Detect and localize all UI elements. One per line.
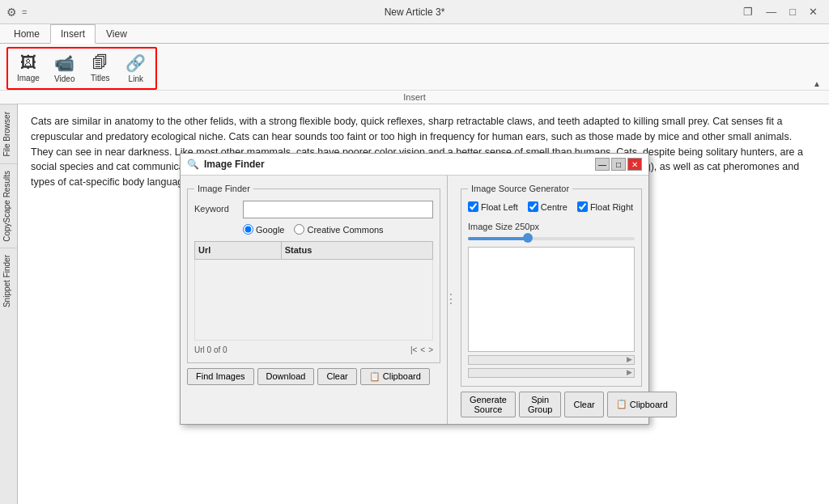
titles-button[interactable]: 🗐 Titles bbox=[84, 50, 117, 87]
ribbon-section-label: Insert bbox=[0, 90, 829, 104]
image-finder-dialog: 🔍 Image Finder — □ ✕ Image Finder bbox=[180, 153, 649, 425]
pag-first[interactable]: |< bbox=[410, 344, 417, 356]
pag-next[interactable]: > bbox=[428, 344, 433, 356]
dialog-controls: — □ ✕ bbox=[595, 158, 642, 171]
image-button[interactable]: 🖼 Image bbox=[11, 50, 45, 87]
keyword-row: Keyword bbox=[194, 201, 433, 218]
left-clipboard-button[interactable]: 📋 Clipboard bbox=[360, 368, 430, 385]
dialog-title-text: Image Finder bbox=[204, 157, 265, 172]
dialog-restore-button[interactable]: □ bbox=[611, 158, 626, 171]
video-button[interactable]: 📹 Video bbox=[49, 50, 81, 87]
url-col-header: Url bbox=[195, 242, 282, 260]
tab-home[interactable]: Home bbox=[3, 24, 50, 44]
dialog-body: Image Finder Keyword Google Creat bbox=[181, 176, 648, 424]
link-icon: 🔗 bbox=[125, 53, 146, 73]
keyword-input[interactable] bbox=[243, 201, 433, 218]
slider-thumb[interactable] bbox=[523, 233, 533, 243]
h-scrollbar: ▶ bbox=[468, 368, 635, 378]
title-bar-left: ⚙ = bbox=[6, 6, 27, 19]
link-label: Link bbox=[129, 74, 143, 83]
image-label: Image bbox=[17, 74, 40, 83]
generate-source-button[interactable]: Generate Source bbox=[461, 392, 516, 417]
left-clear-button[interactable]: Clear bbox=[317, 368, 356, 385]
float-right-label[interactable]: Float Right bbox=[577, 201, 633, 214]
dialog-close-button[interactable]: ✕ bbox=[627, 158, 642, 171]
link-button[interactable]: 🔗 Link bbox=[120, 50, 152, 87]
find-images-button[interactable]: Find Images bbox=[187, 368, 254, 385]
spin-group-button[interactable]: Spin Group bbox=[519, 392, 562, 417]
url-table: Url Status bbox=[194, 241, 433, 341]
insert-group-inner: 🖼 Image 📹 Video 🗐 Titles 🔗 Link bbox=[11, 50, 152, 87]
float-left-label[interactable]: Float Left bbox=[468, 201, 518, 214]
scrollbar-arrow[interactable]: ▶ bbox=[627, 354, 632, 366]
slider-container bbox=[468, 237, 635, 240]
checkbox-row: Float Left Centre Float Right bbox=[468, 201, 635, 214]
preview-scrollbar: ▶ bbox=[468, 355, 635, 365]
minimize-button[interactable]: — bbox=[761, 4, 781, 19]
maximize-button[interactable]: □ bbox=[784, 4, 801, 19]
window-title: New Article 3* bbox=[385, 6, 445, 18]
right-panel-buttons: Generate Source Spin Group Clear 📋 Clipb… bbox=[461, 392, 642, 417]
url-pagination: Url 0 of 0 |< < > bbox=[194, 344, 433, 356]
cc-radio-label[interactable]: Creative Commons bbox=[294, 223, 383, 237]
pagination-arrows: |< < > bbox=[410, 344, 433, 356]
source-radio-row: Google Creative Commons bbox=[194, 223, 433, 237]
dialog-left-panel: Image Finder Keyword Google Creat bbox=[181, 176, 448, 424]
sidebar: File Browser CopyScape Results Snippet F… bbox=[0, 104, 18, 504]
dialog-window: 🔍 Image Finder — □ ✕ Image Finder bbox=[180, 153, 649, 425]
ribbon: Home Insert View 🖼 Image 📹 Video 🗐 Title… bbox=[0, 24, 829, 104]
tab-view[interactable]: View bbox=[96, 24, 138, 44]
keyword-label: Keyword bbox=[194, 202, 243, 216]
right-clipboard-button[interactable]: 📋 Clipboard bbox=[607, 392, 677, 417]
status-col-header: Status bbox=[281, 242, 432, 260]
ribbon-expand-icon[interactable]: ▲ bbox=[811, 78, 823, 90]
cc-radio[interactable] bbox=[294, 224, 304, 235]
title-bar: ⚙ = New Article 3* ❐ — □ ✕ bbox=[0, 0, 829, 24]
pin-icon[interactable]: = bbox=[22, 7, 27, 17]
centre-checkbox[interactable] bbox=[528, 201, 538, 212]
window-controls: ❐ — □ ✕ bbox=[738, 4, 823, 19]
image-icon: 🖼 bbox=[20, 53, 36, 72]
image-source-legend: Image Source Generator bbox=[468, 182, 572, 196]
dialog-right-panel: Image Source Generator Float Left Centre… bbox=[454, 176, 648, 424]
url-table-empty bbox=[195, 259, 433, 340]
right-clear-button[interactable]: Clear bbox=[564, 392, 603, 417]
clipboard-icon-right: 📋 bbox=[616, 399, 627, 409]
editor-area[interactable]: Cats are similar in anatomy to the other… bbox=[18, 104, 829, 504]
clipboard-icon-left: 📋 bbox=[369, 371, 380, 382]
restore-button[interactable]: ❐ bbox=[738, 4, 758, 19]
dialog-minimize-button[interactable]: — bbox=[595, 158, 610, 171]
image-finder-legend: Image Finder bbox=[194, 182, 253, 196]
sidebar-item-file-browser[interactable]: File Browser bbox=[0, 104, 17, 163]
download-button[interactable]: Download bbox=[257, 368, 315, 385]
sidebar-item-copyscope[interactable]: CopyScape Results bbox=[0, 163, 17, 248]
close-button[interactable]: ✕ bbox=[804, 4, 823, 19]
image-size-label: Image Size 250px bbox=[468, 220, 635, 234]
gear-icon[interactable]: ⚙ bbox=[6, 6, 17, 19]
google-radio[interactable] bbox=[243, 224, 253, 235]
dialog-title-bar: 🔍 Image Finder — □ ✕ bbox=[181, 154, 648, 176]
centre-label[interactable]: Centre bbox=[528, 201, 568, 214]
ribbon-tabs: Home Insert View bbox=[0, 24, 829, 44]
main-layout: File Browser CopyScape Results Snippet F… bbox=[0, 104, 829, 504]
sidebar-item-snippet[interactable]: Snippet Finder bbox=[0, 248, 17, 314]
float-right-checkbox[interactable] bbox=[577, 201, 588, 212]
pagination-text: Url 0 of 0 bbox=[194, 344, 227, 356]
dialog-title-icon: 🔍 bbox=[187, 157, 199, 172]
left-panel-buttons: Find Images Download Clear 📋 Clipboard bbox=[187, 368, 440, 385]
image-preview bbox=[468, 247, 635, 352]
tab-insert[interactable]: Insert bbox=[50, 24, 96, 44]
h-scrollbar-arrow[interactable]: ▶ bbox=[627, 367, 632, 379]
dialog-title-left: 🔍 Image Finder bbox=[187, 157, 265, 172]
titles-icon: 🗐 bbox=[92, 53, 108, 72]
video-icon: 📹 bbox=[54, 53, 74, 73]
video-label: Video bbox=[54, 74, 74, 83]
pag-prev[interactable]: < bbox=[420, 344, 425, 356]
insert-group: 🖼 Image 📹 Video 🗐 Titles 🔗 Link bbox=[6, 47, 157, 90]
titles-label: Titles bbox=[91, 74, 110, 83]
slider-fill bbox=[468, 237, 526, 240]
resize-handle[interactable]: ⋮ bbox=[448, 176, 454, 424]
google-radio-label[interactable]: Google bbox=[243, 223, 284, 237]
float-left-checkbox[interactable] bbox=[468, 201, 478, 212]
slider-track bbox=[468, 237, 635, 240]
